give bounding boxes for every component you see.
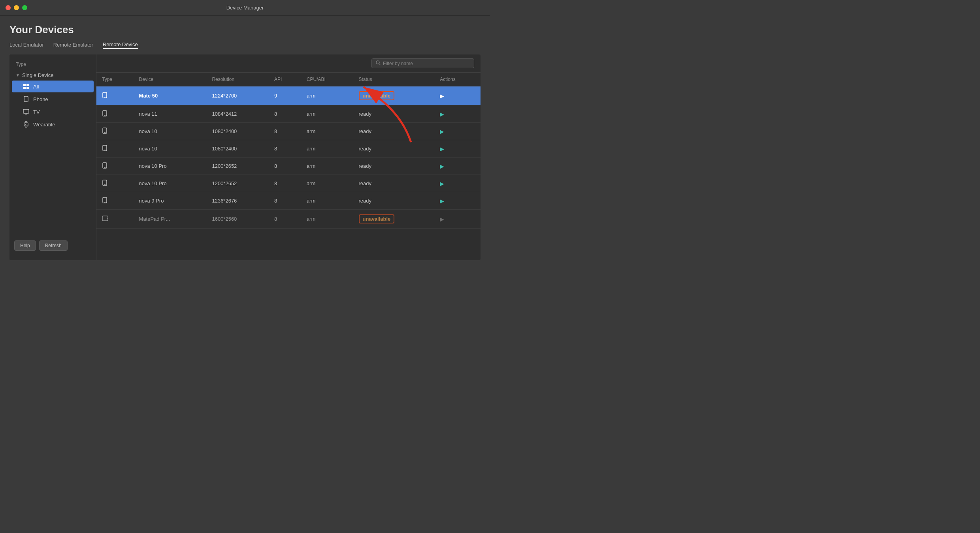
cell-type-icon <box>96 210 134 229</box>
svg-rect-6 <box>23 109 29 113</box>
play-button[interactable]: ▶ <box>440 198 444 204</box>
cell-api: 8 <box>269 140 301 158</box>
table-row[interactable]: nova 10 Pro1200*26528armready▶ <box>96 158 481 175</box>
cell-status: unavailable <box>353 86 435 105</box>
sidebar-item-tv[interactable]: TV <box>12 106 94 118</box>
cell-api: 8 <box>269 158 301 175</box>
cell-resolution: 1200*2652 <box>206 175 268 192</box>
table-row[interactable]: nova 101080*24008armready▶ <box>96 140 481 158</box>
cell-action[interactable]: ▶ <box>434 175 481 192</box>
cell-cpu: arm <box>301 105 353 123</box>
svg-rect-2 <box>23 87 26 89</box>
titlebar: Device Manager <box>0 0 490 16</box>
main-content: Type Device Resolution API CPU/ABI Statu… <box>96 54 481 260</box>
sidebar-item-phone[interactable]: Phone <box>12 93 94 105</box>
cell-status: ready <box>353 158 435 175</box>
cell-api: 8 <box>269 210 301 229</box>
cell-device-name: MatePad Pr... <box>134 210 207 229</box>
table-row[interactable]: Mate 501224*27009armunavailable▶ <box>96 86 481 105</box>
phone-icon <box>23 96 29 102</box>
sidebar-type-header: Type <box>9 60 96 70</box>
cell-cpu: arm <box>301 210 353 229</box>
col-type: Type <box>96 73 134 86</box>
play-button[interactable]: ▶ <box>440 128 444 135</box>
col-status: Status <box>353 73 435 86</box>
cell-api: 8 <box>269 192 301 210</box>
cell-type-icon <box>96 86 134 105</box>
svg-rect-3 <box>26 87 29 89</box>
cell-type-icon <box>96 175 134 192</box>
maximize-button[interactable] <box>22 5 27 10</box>
play-button[interactable]: ▶ <box>440 111 444 117</box>
table-row[interactable]: nova 101080*24008armready▶ <box>96 123 481 140</box>
collapse-arrow-icon: ▼ <box>16 73 20 77</box>
cell-type-icon <box>96 192 134 210</box>
cell-action[interactable]: ▶ <box>434 140 481 158</box>
table-row[interactable]: nova 111084*24128armready▶ <box>96 105 481 123</box>
play-button[interactable]: ▶ <box>440 93 444 99</box>
tab-local-emulator[interactable]: Local Emulator <box>9 42 44 49</box>
window-controls <box>6 5 27 10</box>
play-button[interactable]: ▶ <box>440 216 444 222</box>
watch-icon <box>23 121 29 128</box>
refresh-button[interactable]: Refresh <box>39 240 68 251</box>
cell-resolution: 1200*2652 <box>206 158 268 175</box>
sidebar-section-label-text: Single Device <box>22 72 54 78</box>
cell-type-icon <box>96 105 134 123</box>
cell-type-icon <box>96 140 134 158</box>
help-button[interactable]: Help <box>14 240 36 251</box>
cell-action[interactable]: ▶ <box>434 86 481 105</box>
cell-action[interactable]: ▶ <box>434 192 481 210</box>
cell-device-name: nova 10 Pro <box>134 158 207 175</box>
close-button[interactable] <box>6 5 11 10</box>
cell-type-icon <box>96 158 134 175</box>
col-api: API <box>269 73 301 86</box>
cell-resolution: 1084*2412 <box>206 105 268 123</box>
table-row[interactable]: nova 9 Pro1236*26768armready▶ <box>96 192 481 210</box>
sidebar-item-all[interactable]: All <box>12 81 94 92</box>
tab-remote-emulator[interactable]: Remote Emulator <box>53 42 93 49</box>
minimize-button[interactable] <box>14 5 19 10</box>
cell-resolution: 1236*2676 <box>206 192 268 210</box>
filter-bar <box>96 54 481 73</box>
cell-device-name: nova 10 <box>134 140 207 158</box>
cell-cpu: arm <box>301 175 353 192</box>
cell-cpu: arm <box>301 86 353 105</box>
table-row[interactable]: nova 10 Pro1200*26528armready▶ <box>96 175 481 192</box>
svg-line-19 <box>379 64 381 65</box>
col-actions: Actions <box>434 73 481 86</box>
cell-status: ready <box>353 192 435 210</box>
tab-bar: Local Emulator Remote Emulator Remote De… <box>9 41 481 49</box>
play-button[interactable]: ▶ <box>440 146 444 152</box>
col-cpu: CPU/ABI <box>301 73 353 86</box>
sidebar-item-all-label: All <box>33 84 39 90</box>
cell-status: ready <box>353 140 435 158</box>
cell-device-name: nova 10 Pro <box>134 175 207 192</box>
cell-resolution: 1224*2700 <box>206 86 268 105</box>
tab-remote-device[interactable]: Remote Device <box>103 41 138 49</box>
status-badge: unavailable <box>359 91 395 100</box>
cell-device-name: Mate 50 <box>134 86 207 105</box>
filter-input[interactable] <box>383 61 470 66</box>
devices-table: Type Device Resolution API CPU/ABI Statu… <box>96 73 481 229</box>
sidebar-single-device-section[interactable]: ▼ Single Device <box>9 70 96 80</box>
sidebar-item-wearable[interactable]: Wearable <box>12 118 94 130</box>
svg-rect-34 <box>102 216 108 221</box>
cell-action[interactable]: ▶ <box>434 210 481 229</box>
sidebar-bottom-buttons: Help Refresh <box>9 236 96 255</box>
table-row[interactable]: MatePad Pr...1600*25608armunavailable▶ <box>96 210 481 229</box>
cell-device-name: nova 9 Pro <box>134 192 207 210</box>
svg-rect-1 <box>26 84 29 86</box>
sidebar-item-tv-label: TV <box>33 109 40 115</box>
cell-action[interactable]: ▶ <box>434 105 481 123</box>
cell-api: 8 <box>269 105 301 123</box>
device-table: Type Device Resolution API CPU/ABI Statu… <box>96 73 481 260</box>
cell-api: 8 <box>269 175 301 192</box>
window-title: Device Manager <box>226 5 264 11</box>
play-button[interactable]: ▶ <box>440 180 444 187</box>
cell-status: ready <box>353 175 435 192</box>
cell-cpu: arm <box>301 158 353 175</box>
cell-action[interactable]: ▶ <box>434 123 481 140</box>
play-button[interactable]: ▶ <box>440 163 444 169</box>
cell-action[interactable]: ▶ <box>434 158 481 175</box>
